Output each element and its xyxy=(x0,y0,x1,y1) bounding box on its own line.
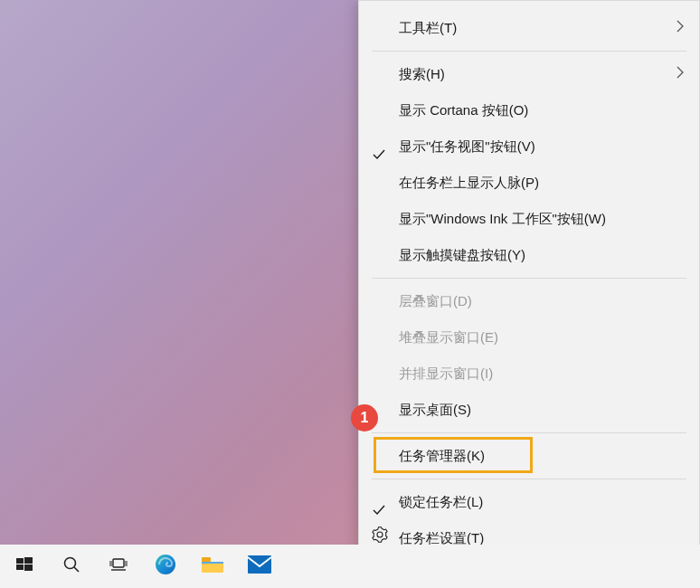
taskview-icon xyxy=(109,556,128,576)
taskbar[interactable] xyxy=(0,545,700,588)
check-icon xyxy=(372,139,386,154)
search-icon xyxy=(62,555,80,577)
menu-show-people[interactable]: 在任务栏上显示人脉(P) xyxy=(359,165,699,201)
menu-show-ink-label: 显示"Windows Ink 工作区"按钮(W) xyxy=(399,201,606,237)
menu-show-people-label: 在任务栏上显示人脉(P) xyxy=(399,165,539,201)
edge-button[interactable] xyxy=(143,545,188,588)
menu-toolbar-label: 工具栏(T) xyxy=(399,10,457,46)
file-explorer-button[interactable] xyxy=(190,545,235,588)
menu-task-manager[interactable]: 任务管理器(K) xyxy=(359,438,699,474)
menu-separator xyxy=(372,479,686,479)
taskbar-context-menu: 工具栏(T) 搜索(H) 显示 Cortana 按钮(O) 显示"任务视图"按钮… xyxy=(358,0,700,550)
svg-rect-8 xyxy=(125,561,128,566)
menu-toolbar[interactable]: 工具栏(T) xyxy=(359,10,699,46)
taskview-button[interactable] xyxy=(96,545,141,588)
menu-cascade: 层叠窗口(D) xyxy=(359,283,699,319)
chevron-right-icon xyxy=(676,10,685,46)
menu-show-taskview-label: 显示"任务视图"按钮(V) xyxy=(399,128,535,165)
menu-search[interactable]: 搜索(H) xyxy=(359,56,699,92)
menu-show-cortana-label: 显示 Cortana 按钮(O) xyxy=(399,92,528,128)
svg-rect-6 xyxy=(113,559,124,567)
menu-search-label: 搜索(H) xyxy=(399,56,445,92)
menu-lock-taskbar-label: 锁定任务栏(L) xyxy=(399,484,483,520)
menu-show-desktop-label: 显示桌面(S) xyxy=(399,392,471,428)
start-button[interactable] xyxy=(2,545,47,588)
menu-stacked-label: 堆叠显示窗口(E) xyxy=(399,319,498,356)
menu-separator xyxy=(372,51,686,52)
menu-cascade-label: 层叠窗口(D) xyxy=(399,283,472,319)
menu-stacked: 堆叠显示窗口(E) xyxy=(359,319,699,356)
menu-show-touchkb[interactable]: 显示触摸键盘按钮(Y) xyxy=(359,237,699,273)
menu-show-taskview[interactable]: 显示"任务视图"按钮(V) xyxy=(359,128,699,165)
menu-separator xyxy=(372,278,686,279)
svg-point-4 xyxy=(65,558,76,569)
check-icon xyxy=(372,495,386,509)
menu-lock-taskbar[interactable]: 锁定任务栏(L) xyxy=(359,484,699,520)
menu-show-desktop[interactable]: 显示桌面(S) xyxy=(359,392,699,428)
menu-task-manager-label: 任务管理器(K) xyxy=(399,438,485,474)
svg-rect-1 xyxy=(24,557,33,564)
menu-show-touchkb-label: 显示触摸键盘按钮(Y) xyxy=(399,237,525,273)
menu-separator xyxy=(372,432,686,433)
menu-sidebyside-label: 并排显示窗口(I) xyxy=(399,356,493,392)
svg-rect-0 xyxy=(16,558,24,564)
svg-rect-11 xyxy=(202,557,211,562)
desktop-background: 工具栏(T) 搜索(H) 显示 Cortana 按钮(O) 显示"任务视图"按钮… xyxy=(0,0,700,588)
svg-rect-13 xyxy=(248,555,271,574)
search-button[interactable] xyxy=(49,545,94,588)
mail-button[interactable] xyxy=(237,545,282,588)
edge-icon xyxy=(154,553,177,580)
menu-sidebyside: 并排显示窗口(I) xyxy=(359,356,699,392)
windows-icon xyxy=(16,556,33,576)
svg-rect-2 xyxy=(16,564,24,570)
folder-icon xyxy=(201,555,224,578)
svg-rect-3 xyxy=(24,564,33,571)
mail-icon xyxy=(247,555,272,578)
chevron-right-icon xyxy=(676,56,685,92)
menu-show-cortana[interactable]: 显示 Cortana 按钮(O) xyxy=(359,92,699,128)
svg-rect-12 xyxy=(202,562,223,564)
svg-rect-7 xyxy=(109,561,112,566)
menu-show-ink[interactable]: 显示"Windows Ink 工作区"按钮(W) xyxy=(359,201,699,237)
svg-line-5 xyxy=(74,567,79,572)
